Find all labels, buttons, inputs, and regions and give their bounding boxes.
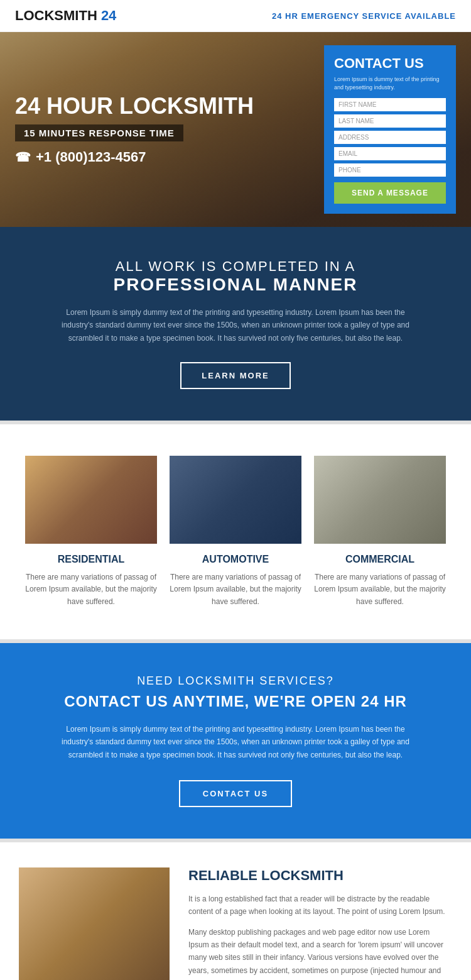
hero-title: 24 HOUR LOCKSMITH bbox=[15, 94, 311, 119]
professional-line1: ALL WORK IS COMPLETED IN A bbox=[116, 258, 355, 274]
contact-us-button[interactable]: CONTACT US bbox=[179, 780, 292, 807]
professional-line2: PROFESSIONAL MANNER bbox=[50, 275, 421, 295]
send-message-button[interactable]: SEND A MESSAGE bbox=[334, 182, 446, 204]
hero-phone: ☎ +1 (800)123-4567 bbox=[15, 149, 311, 165]
last-name-input[interactable] bbox=[334, 114, 446, 128]
address-input[interactable] bbox=[334, 131, 446, 144]
reliable-row: RELIABLE LOCKSMITH It is a long establis… bbox=[19, 867, 452, 980]
reliable-para2: Many desktop publishing packages and web… bbox=[188, 926, 452, 980]
logo: LOCKSMITH 24 bbox=[15, 8, 116, 24]
info-section: RELIABLE LOCKSMITH It is a long establis… bbox=[0, 842, 471, 980]
hero-section: 24 HOUR LOCKSMITH 15 MINUTES RESPONSE TI… bbox=[0, 32, 471, 227]
contact-form-title: CONTACT US bbox=[334, 55, 446, 72]
contact-form-card: CONTACT US Lorem Ipsum is dummy text of … bbox=[324, 45, 456, 213]
professional-section: ALL WORK IS COMPLETED IN A PROFESSIONAL … bbox=[0, 227, 471, 421]
phone-number: +1 (800)123-4567 bbox=[36, 149, 146, 165]
reliable-text: RELIABLE LOCKSMITH It is a long establis… bbox=[188, 867, 452, 980]
hero-response-time: 15 MINUTES RESPONSE TIME bbox=[15, 124, 183, 141]
email-input[interactable] bbox=[334, 147, 446, 160]
phone-input[interactable] bbox=[334, 163, 446, 177]
automotive-desc: There are many variations of passag of L… bbox=[170, 571, 301, 608]
commercial-desc: There are many variations of passag of L… bbox=[314, 571, 446, 608]
service-card-residential: RESIDENTIAL There are many variations of… bbox=[25, 456, 157, 608]
reliable-image bbox=[19, 867, 170, 980]
header: LOCKSMITH 24 24 HR EMERGENCY SERVICE AVA… bbox=[0, 0, 471, 32]
cta-line2: CONTACT US ANYTIME, WE'RE OPEN 24 HR bbox=[50, 693, 421, 710]
cta-body: Lorem Ipsum is simply dummy text of the … bbox=[50, 723, 421, 761]
first-name-input[interactable] bbox=[334, 98, 446, 111]
reliable-para1: It is a long established fact that a rea… bbox=[188, 893, 452, 918]
professional-heading: ALL WORK IS COMPLETED IN A PROFESSIONAL … bbox=[50, 258, 421, 295]
learn-more-button[interactable]: LEARN MORE bbox=[180, 362, 290, 389]
residential-image bbox=[25, 456, 157, 544]
commercial-title: COMMERCIAL bbox=[314, 554, 446, 565]
cta-section: NEED LOCKSMITH SERVICES? CONTACT US ANYT… bbox=[0, 643, 471, 839]
phone-icon: ☎ bbox=[15, 150, 31, 165]
service-card-automotive: AUTOMOTIVE There are many variations of … bbox=[170, 456, 301, 608]
services-section: RESIDENTIAL There are many variations of… bbox=[0, 424, 471, 639]
contact-form-subtitle: Lorem Ipsum is dummy text of the printin… bbox=[334, 75, 446, 91]
professional-body: Lorem Ipsum is simply dummy text of the … bbox=[50, 306, 421, 344]
service-card-commercial: COMMERCIAL There are many variations of … bbox=[314, 456, 446, 608]
residential-title: RESIDENTIAL bbox=[25, 554, 157, 565]
cta-line1: NEED LOCKSMITH SERVICES? bbox=[50, 674, 421, 688]
commercial-image bbox=[314, 456, 446, 544]
automotive-title: AUTOMOTIVE bbox=[170, 554, 301, 565]
emergency-text: 24 HR EMERGENCY SERVICE AVAILABLE bbox=[272, 11, 456, 21]
automotive-image bbox=[170, 456, 301, 544]
logo-accent: 24 bbox=[97, 8, 117, 23]
hero-text: 24 HOUR LOCKSMITH 15 MINUTES RESPONSE TI… bbox=[15, 94, 311, 166]
reliable-title: RELIABLE LOCKSMITH bbox=[188, 867, 452, 884]
residential-desc: There are many variations of passag of L… bbox=[25, 571, 157, 608]
